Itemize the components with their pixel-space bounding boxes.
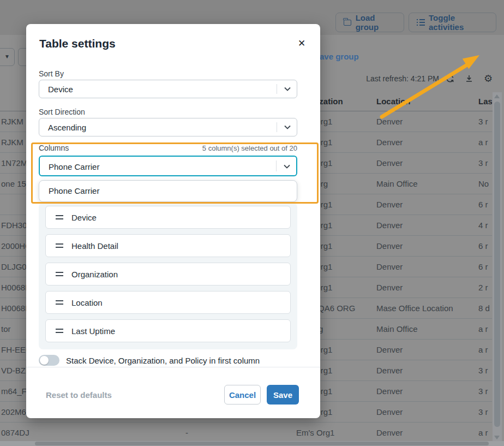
drag-handle-icon[interactable] bbox=[56, 329, 63, 333]
table-cell-location: Denver bbox=[376, 117, 403, 126]
gear-icon[interactable]: ⚙ bbox=[482, 73, 494, 85]
table-cell-device: DLJG0 bbox=[1, 262, 27, 271]
column-header-location[interactable]: Location bbox=[376, 97, 411, 106]
filter-dropdown-partial[interactable]: ▼ bbox=[0, 48, 15, 66]
columns-picker-select[interactable]: Phone Carrier bbox=[39, 156, 297, 176]
selected-columns-panel: DeviceHealth DetailOrganizationLocationL… bbox=[39, 203, 297, 349]
sort-by-label: Sort By bbox=[39, 69, 64, 78]
dropdown-option[interactable]: Phone Carrier bbox=[39, 183, 297, 199]
chevron-down-icon: ▼ bbox=[4, 53, 10, 60]
table-cell-device: RJKM bbox=[1, 117, 23, 126]
table-cell-device: 0874DJ bbox=[1, 428, 29, 437]
table-cell-location: Denver bbox=[376, 200, 403, 209]
table-cell-last: 8 d bbox=[478, 304, 490, 313]
table-cell-device: m64_FI bbox=[1, 386, 29, 396]
column-item-label: Organization bbox=[71, 270, 118, 279]
table-cell-last: 6 r bbox=[478, 241, 488, 251]
drag-handle-icon[interactable] bbox=[56, 215, 63, 219]
table-cell-location: Denver bbox=[376, 386, 403, 396]
download-icon[interactable] bbox=[463, 73, 475, 85]
save-button[interactable]: Save bbox=[267, 385, 299, 405]
sort-by-select[interactable]: Device bbox=[39, 80, 297, 98]
load-group-label: Load group bbox=[356, 13, 396, 32]
column-item-label: Health Detail bbox=[71, 241, 118, 251]
chevron-down-icon bbox=[284, 164, 290, 169]
horizontal-scrollbar-thumb[interactable] bbox=[35, 442, 489, 445]
footer-divider bbox=[26, 367, 320, 367]
table-cell-last: a r bbox=[478, 345, 488, 354]
table-cell-last: a r bbox=[478, 428, 488, 437]
columns-label: Columns bbox=[39, 144, 69, 152]
stack-columns-toggle[interactable] bbox=[39, 355, 59, 366]
save-group-link[interactable]: Save group bbox=[314, 52, 359, 61]
table-cell-last: a r bbox=[478, 138, 488, 147]
table-cell-location: Denver bbox=[376, 221, 403, 230]
sort-direction-select[interactable]: Ascending bbox=[39, 118, 297, 136]
sort-direction-value: Ascending bbox=[48, 123, 86, 132]
load-group-button[interactable]: Load group bbox=[335, 13, 404, 32]
sort-by-value: Device bbox=[48, 85, 73, 94]
table-cell-location: Denver bbox=[376, 262, 403, 271]
table-cell-health: - bbox=[185, 428, 188, 437]
drag-handle-icon[interactable] bbox=[56, 243, 63, 248]
stack-columns-toggle-label: Stack Device, Organization, and Policy i… bbox=[66, 356, 260, 365]
table-cell-last: 4 r bbox=[478, 221, 488, 230]
toggle-knob bbox=[40, 356, 49, 365]
drag-handle-icon[interactable] bbox=[56, 272, 63, 276]
toggle-activities-label: Toggle activities bbox=[429, 13, 488, 32]
scroll-up-arrow-icon[interactable] bbox=[494, 94, 500, 98]
column-item-label: Device bbox=[71, 213, 97, 222]
scroll-down-arrow-icon[interactable] bbox=[494, 436, 500, 439]
folder-icon bbox=[344, 20, 351, 26]
refresh-icon[interactable] bbox=[444, 73, 456, 85]
table-cell-last: 3 r bbox=[478, 407, 488, 417]
column-list-item[interactable]: Health Detail bbox=[45, 234, 291, 257]
table-cell-org: QA6 ORG bbox=[318, 304, 355, 313]
table-cell-device: 1N72M bbox=[1, 158, 27, 168]
horizontal-scrollbar[interactable] bbox=[0, 441, 504, 446]
cancel-button[interactable]: Cancel bbox=[224, 385, 261, 405]
column-list-item[interactable]: Location bbox=[45, 291, 291, 314]
column-list-item[interactable]: Device bbox=[45, 206, 291, 229]
table-cell-device: RJKM bbox=[1, 138, 23, 147]
table-settings-dialog: Table settings ✕ Sort By Device Sort Dir… bbox=[26, 24, 320, 418]
columns-picker-value: Phone Carrier bbox=[49, 162, 99, 171]
table-cell-location: Denver bbox=[376, 407, 403, 417]
toggle-activities-button[interactable]: Toggle activities bbox=[409, 13, 496, 32]
table-cell-org: Em's Org1 bbox=[296, 428, 334, 437]
reset-to-defaults-link[interactable]: Reset to defaults bbox=[46, 390, 112, 400]
columns-dropdown-menu: Phone Carrier bbox=[39, 180, 297, 202]
table-cell-last: a r bbox=[478, 324, 488, 334]
column-header-last-uptime[interactable]: Last Uptime bbox=[478, 97, 492, 106]
table-cell-device: tor bbox=[1, 324, 11, 334]
table-cell-device: 202M6 bbox=[1, 407, 26, 417]
column-list-item[interactable]: Organization bbox=[45, 263, 291, 286]
dialog-title: Table settings bbox=[39, 37, 116, 50]
column-list-item[interactable]: Last Uptime bbox=[45, 319, 291, 342]
table-cell-last: 2 r bbox=[478, 283, 488, 292]
table-cell-location: Mase Office Location bbox=[376, 304, 453, 313]
table-cell-last: 3 r bbox=[478, 366, 488, 375]
chevron-down-icon bbox=[284, 87, 291, 91]
table-cell-location: Main Office bbox=[376, 179, 418, 188]
vertical-scrollbar[interactable] bbox=[493, 92, 502, 442]
table-cell-location: Denver bbox=[376, 366, 403, 375]
table-cell-last: 6 r bbox=[478, 200, 488, 209]
table-cell-location: Main Office bbox=[376, 324, 418, 334]
column-item-label: Last Uptime bbox=[71, 326, 115, 336]
table-cell-last: No bbox=[478, 179, 489, 188]
table-cell-location: Denver bbox=[376, 138, 403, 147]
close-icon[interactable]: ✕ bbox=[295, 36, 309, 50]
table-cell-location: Denver bbox=[376, 345, 403, 354]
last-refresh-text: Last refresh: 4:21 PM bbox=[366, 74, 439, 83]
drag-handle-icon[interactable] bbox=[56, 300, 63, 305]
columns-selected-summary: 5 column(s) selected out of 20 bbox=[202, 144, 297, 152]
table-cell-last: 3 r bbox=[478, 386, 488, 396]
table-row: 0874DJ-Em's Org1Denvera r bbox=[0, 423, 492, 443]
vertical-scrollbar-thumb[interactable] bbox=[494, 102, 500, 427]
table-cell-location: Denver bbox=[376, 241, 403, 251]
table-cell-location: Denver bbox=[376, 158, 403, 168]
chevron-down-icon bbox=[284, 125, 291, 129]
table-cell-last: 6 r bbox=[478, 262, 488, 271]
table-cell-location: Denver bbox=[376, 428, 403, 437]
